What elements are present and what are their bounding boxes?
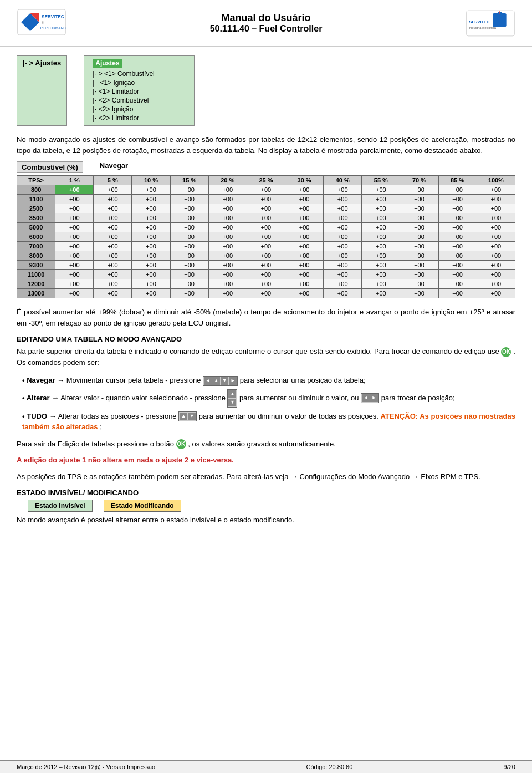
nav-menu-item-2: |– <1> Ignição [93,78,186,87]
cell-5000-col-9: +00 [400,223,438,232]
cell-7000-col-4: +00 [208,242,247,251]
table-header-labels: Combustível (%) Navegar [17,161,515,173]
ok-sair-icon: OK [176,439,186,449]
cell-7000-col-11: +00 [477,242,515,251]
cell-11000-col-6: +00 [285,270,323,279]
col-40: 40 % [324,176,362,185]
sair-para: Para sair da Edição de tabelas pressione… [17,439,515,450]
left-arrow-icon: ◄ [204,377,212,385]
col-tps: TPS> [17,176,55,185]
cell-8000-col-4: +00 [208,251,247,261]
cell-8000-col-3: +00 [170,251,208,261]
col-5: 5 % [94,176,132,185]
table-header-row: TPS> 1 % 5 % 10 % 15 % 20 % 25 % 30 % 40… [17,176,515,185]
alterar-left-icon: ◄ [362,394,370,402]
col-1: 1 % [55,176,94,185]
row-rpm-800: 800 [17,185,55,195]
cell-1100-col-8: +00 [362,195,400,204]
col-70: 70 % [400,176,438,185]
cell-8000-col-6: +00 [285,251,323,261]
content: |- > Ajustes Ajustes |- > <1> Combustíve… [0,47,532,760]
servitec-logo-right-icon: SERVITEC Indústria eletrônica [466,7,515,40]
cell-13000-col-8: +00 [362,289,400,298]
cell-9300-col-5: +00 [247,261,285,270]
cell-13000-col-5: +00 [247,289,285,298]
cell-11000-col-11: +00 [477,270,515,279]
cell-11000-col-3: +00 [170,270,208,279]
bullet-alterar-mid: para aumentar ou diminuir o valor, ou [239,394,361,402]
estado-para: No modo avançado é possível alternar ent… [17,515,515,526]
sair-text: Para sair da Edição de tabelas pressione… [17,440,174,448]
cell-9300-col-8: +00 [362,261,400,270]
footer: Março de 2012 – Revisão 12@ - Versão Imp… [0,760,532,773]
cell-12000-col-10: +00 [438,279,477,289]
row-rpm-9300: 9300 [17,261,55,270]
cell-2500-col-7: +00 [324,204,362,213]
arrow-icon-navegar: → [57,376,66,384]
tudo-arrows-icon: ▲ ▼ [178,411,197,421]
editando-para: Na parte superior direita da tabela é in… [17,346,515,368]
cell-5000-col-1: +00 [94,223,132,232]
posicoes-para: As posições do TPS e as rotações também … [17,471,515,482]
table-row: 7000+00+00+00+00+00+00+00+00+00+00+00+00 [17,242,515,251]
cell-800-col-10: +00 [438,185,477,195]
cell-1100-col-11: +00 [477,195,515,204]
cell-800-col-4: +00 [208,185,247,195]
cell-8000-col-11: +00 [477,251,515,261]
cell-7000-col-10: +00 [438,242,477,251]
cell-800-col-0: +00 [55,185,94,195]
col-85: 85 % [438,176,477,185]
cell-800-col-9: +00 [400,185,438,195]
cell-2500-col-5: +00 [247,204,285,213]
footer-center: Código: 20.80.60 [306,764,353,770]
nav-menu-item-1: |- > <1> Combustível [93,69,186,78]
cell-13000-col-6: +00 [285,289,323,298]
cell-13000-col-9: +00 [400,289,438,298]
editando-text-1: Na parte superior direita da tabela é in… [17,347,499,355]
cell-9300-col-7: +00 [324,261,362,270]
cell-7000-col-2: +00 [132,242,170,251]
col-55: 55 % [362,176,400,185]
down-arrow-icon: ▼ [221,377,228,385]
navegar-arrows-icon: ◄ ▲ ▼ ► [203,376,238,386]
logo-left: SERVITEC ® PERFORMANCE [17,6,78,40]
cell-7000-col-6: +00 [285,242,323,251]
cell-800-col-8: +00 [362,185,400,195]
cell-7000-col-1: +00 [94,242,132,251]
estado-modificando-badge: Estado Modificando [104,500,181,512]
cell-3500-col-2: +00 [132,213,170,223]
intro-paragraph: No modo avançado os ajustes de combustív… [17,134,515,156]
cell-3500-col-1: +00 [94,213,132,223]
bullet-alterar-suffix: para trocar de posição; [381,394,455,402]
row-rpm-7000: 7000 [17,242,55,251]
logo-right: SERVITEC Indústria eletrônica [454,7,515,40]
cell-9300-col-4: +00 [208,261,247,270]
table-row: 6000+00+00+00+00+00+00+00+00+00+00+00+00 [17,232,515,242]
row-rpm-5000: 5000 [17,223,55,232]
cell-5000-col-8: +00 [362,223,400,232]
after-table-paragraph: É possível aumentar até +99% (dobrar) e … [17,307,515,328]
cell-6000-col-3: +00 [170,232,208,242]
bullet-navegar-text: Movimentar cursor pela tabela - pression… [66,376,203,384]
cell-3500-col-9: +00 [400,213,438,223]
cell-12000-col-1: +00 [94,279,132,289]
page: SERVITEC ® PERFORMANCE Manual do Usuário… [0,0,532,773]
alterar-up-icon: ▲ [228,390,236,398]
cell-3500-col-6: +00 [285,213,323,223]
servitec-logo-left-icon: SERVITEC ® PERFORMANCE [17,6,66,39]
manual-subtitle: 50.111.40 – Fuel Controller [78,24,454,34]
cell-6000-col-5: +00 [247,232,285,242]
cell-12000-col-8: +00 [362,279,400,289]
table-row: 8000+00+00+00+00+00+00+00+00+00+00+00+00 [17,251,515,261]
cell-3500-col-5: +00 [247,213,285,223]
table-row: 11000+00+00+00+00+00+00+00+00+00+00+00+0… [17,270,515,279]
row-rpm-2500: 2500 [17,204,55,213]
cell-6000-col-9: +00 [400,232,438,242]
cell-6000-col-7: +00 [324,232,362,242]
cell-9300-col-3: +00 [170,261,208,270]
row-rpm-8000: 8000 [17,251,55,261]
fuel-table: TPS> 1 % 5 % 10 % 15 % 20 % 25 % 30 % 40… [17,175,515,298]
cell-5000-col-11: +00 [477,223,515,232]
estado-invisivel-badge: Estado Invisível [28,500,93,512]
cell-11000-col-7: +00 [324,270,362,279]
